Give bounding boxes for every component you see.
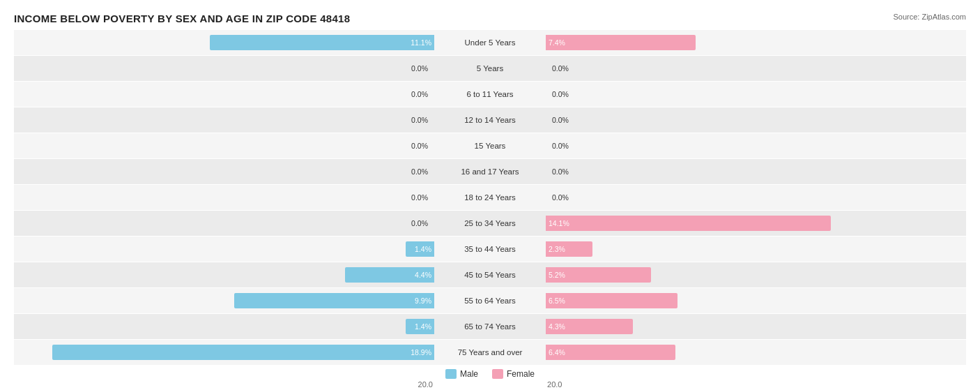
right-bar-wrapper: 0.0% (546, 133, 966, 158)
row-label: 55 to 64 Years (434, 297, 546, 305)
chart-row: 1.4% 35 to 44 Years 2.3% (14, 237, 966, 262)
left-bar-wrapper: 0.0% (14, 82, 434, 107)
left-bar-wrapper: 1.4% (14, 237, 434, 262)
left-bar-wrapper: 0.0% (14, 185, 434, 210)
axis-right-label: 20.0 (547, 380, 562, 389)
male-label: 0.0% (411, 219, 431, 227)
right-bar-wrapper: 0.0% (546, 82, 966, 107)
male-label: 0.0% (411, 193, 431, 202)
legend-female: Female (492, 369, 535, 379)
female-label: 7.4% (549, 38, 565, 47)
male-bar: 11.1% (210, 35, 434, 50)
left-bar-wrapper: 0.0% (14, 211, 434, 236)
male-label: 18.9% (411, 348, 431, 357)
male-label: 11.1% (411, 38, 431, 47)
female-bar: 2.3% (546, 241, 592, 257)
male-bar: 18.9% (52, 345, 434, 360)
row-label: 18 to 24 Years (434, 193, 546, 202)
female-label: 0.0% (549, 142, 569, 150)
row-label: 16 and 17 Years (434, 167, 546, 176)
chart-row: 0.0% 6 to 11 Years 0.0% (14, 82, 966, 107)
left-bar-wrapper: 11.1% (14, 30, 434, 55)
chart-row: 18.9% 75 Years and over 6.4% (14, 340, 966, 365)
legend-male-box (445, 369, 457, 379)
chart-row: 0.0% 15 Years 0.0% (14, 133, 966, 158)
chart-title: INCOME BELOW POVERTY BY SEX AND AGE IN Z… (14, 13, 350, 24)
legend-female-label: Female (507, 369, 535, 379)
female-label: 14.1% (549, 219, 569, 227)
row-label: 5 Years (434, 64, 546, 73)
row-label: 12 to 14 Years (434, 116, 546, 124)
female-label: 0.0% (549, 193, 569, 202)
source-text: Source: ZipAtlas.com (893, 13, 966, 21)
male-label: 0.0% (411, 64, 431, 73)
left-bar-wrapper: 9.9% (14, 288, 434, 313)
right-bar-wrapper: 2.3% (546, 237, 966, 262)
left-bar-wrapper: 0.0% (14, 107, 434, 133)
row-label: 6 to 11 Years (434, 90, 546, 98)
chart-row: 0.0% 5 Years 0.0% (14, 56, 966, 81)
chart-container: INCOME BELOW POVERTY BY SEX AND AGE IN Z… (0, 0, 980, 390)
chart-row: 0.0% 16 and 17 Years 0.0% (14, 159, 966, 184)
female-bar: 6.5% (546, 293, 677, 308)
left-bar-wrapper: 0.0% (14, 56, 434, 81)
female-label: 0.0% (549, 116, 569, 124)
chart-row: 1.4% 65 to 74 Years 4.3% (14, 314, 966, 339)
row-label: 75 Years and over (434, 348, 546, 357)
left-bar-wrapper: 1.4% (14, 314, 434, 339)
female-bar: 6.4% (546, 345, 675, 360)
chart-row: 4.4% 45 to 54 Years 5.2% (14, 262, 966, 287)
row-label: 45 to 54 Years (434, 271, 546, 279)
chart-row: 0.0% 25 to 34 Years 14.1% (14, 211, 966, 236)
female-label: 4.3% (549, 322, 565, 331)
row-label: Under 5 Years (434, 38, 546, 47)
left-bar-wrapper: 0.0% (14, 133, 434, 158)
male-label: 0.0% (411, 167, 431, 176)
male-bar: 4.4% (345, 267, 434, 283)
chart-row: 11.1% Under 5 Years 7.4% (14, 30, 966, 55)
male-bar: 1.4% (406, 319, 434, 334)
male-label: 4.4% (415, 271, 431, 279)
male-label: 0.0% (411, 142, 431, 150)
axis-right: 20.0 (544, 380, 966, 389)
male-label: 1.4% (415, 322, 431, 331)
male-bar: 1.4% (406, 241, 434, 257)
chart-row: 0.0% 18 to 24 Years 0.0% (14, 185, 966, 210)
chart-row: 9.9% 55 to 64 Years 6.5% (14, 288, 966, 313)
male-label: 0.0% (411, 116, 431, 124)
male-label: 1.4% (415, 245, 431, 253)
female-bar: 14.1% (546, 216, 831, 231)
chart-row: 0.0% 12 to 14 Years 0.0% (14, 107, 966, 133)
left-bar-wrapper: 4.4% (14, 262, 434, 287)
female-label: 0.0% (549, 167, 569, 176)
row-label: 15 Years (434, 142, 546, 150)
female-label: 6.4% (549, 348, 565, 357)
female-bar: 5.2% (546, 267, 651, 283)
right-bar-wrapper: 0.0% (546, 159, 966, 184)
male-label: 9.9% (415, 297, 431, 305)
female-label: 0.0% (549, 64, 569, 73)
right-bar-wrapper: 4.3% (546, 314, 966, 339)
row-label: 35 to 44 Years (434, 245, 546, 253)
right-bar-wrapper: 0.0% (546, 56, 966, 81)
left-bar-wrapper: 18.9% (14, 340, 434, 365)
legend-male-label: Male (460, 369, 478, 379)
legend-female-box (492, 369, 503, 379)
right-bar-wrapper: 7.4% (546, 30, 966, 55)
female-label: 0.0% (549, 90, 569, 98)
row-label: 25 to 34 Years (434, 219, 546, 227)
title-row: INCOME BELOW POVERTY BY SEX AND AGE IN Z… (14, 13, 966, 24)
legend-row: Male Female (14, 369, 966, 379)
axis-left: 20.0 (14, 380, 436, 389)
female-bar: 7.4% (546, 35, 696, 50)
female-bar: 4.3% (546, 319, 633, 334)
right-bar-wrapper: 6.4% (546, 340, 966, 365)
axis-left-label: 20.0 (418, 380, 433, 389)
right-bar-wrapper: 5.2% (546, 262, 966, 287)
right-bar-wrapper: 6.5% (546, 288, 966, 313)
right-bar-wrapper: 14.1% (546, 211, 966, 236)
right-bar-wrapper: 0.0% (546, 185, 966, 210)
axis-row: 20.0 20.0 (14, 379, 966, 389)
female-label: 6.5% (549, 297, 565, 305)
female-label: 2.3% (549, 245, 565, 253)
